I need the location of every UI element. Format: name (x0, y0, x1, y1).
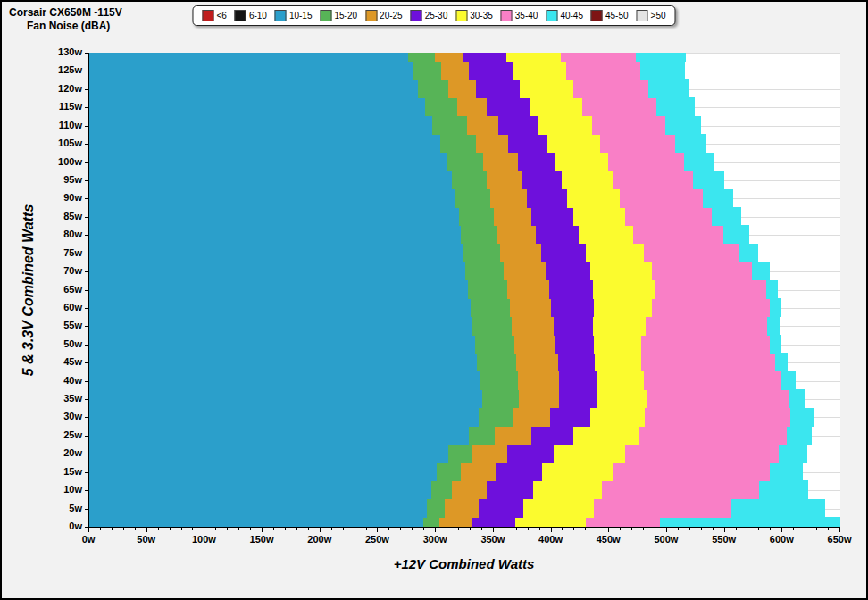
band-segment-40-45 (665, 116, 700, 135)
band-row (89, 389, 840, 408)
band-segment-15-20 (479, 408, 513, 427)
band-segment-20-25 (513, 408, 551, 427)
band-segment-10-15 (89, 335, 476, 354)
band-segment-25-30 (507, 444, 554, 462)
band-segment-15-20 (437, 462, 462, 481)
x-tick-mark (227, 528, 228, 530)
y-tick-label: 85w (38, 211, 82, 221)
band-segment-35-40 (592, 116, 666, 135)
x-tick-mark (331, 528, 332, 530)
x-tick-mark (666, 528, 667, 532)
x-tick-mark (215, 528, 216, 530)
band-row (89, 134, 840, 153)
band-segment-35-40 (644, 244, 739, 262)
band-row (89, 62, 840, 80)
band-segment-25-30 (551, 298, 594, 317)
band-segment-15-20 (440, 134, 477, 153)
x-tick-mark (447, 528, 447, 530)
band-segment-40-45 (781, 371, 796, 390)
band-segment-25-30 (508, 134, 548, 153)
x-tick-mark (781, 528, 782, 532)
band-segment-10-15 (89, 517, 424, 527)
band-segment-15-20 (425, 97, 458, 116)
y-tick-mark (85, 326, 88, 327)
band-segment-35-40 (644, 371, 782, 390)
band-segment-10-15 (89, 499, 427, 518)
y-tick-label: 65w (38, 284, 82, 295)
y-tick-mark (85, 472, 88, 473)
band-segment-25-30 (498, 116, 539, 135)
x-tick-mark (505, 528, 505, 530)
band-segment-30-35 (590, 262, 652, 280)
y-tick-label: 20w (38, 447, 82, 458)
y-tick-label: 75w (38, 247, 82, 258)
band-segment-20-25 (490, 189, 528, 208)
legend-item-label: 40-45 (560, 11, 583, 21)
band-segment-40-45 (759, 480, 808, 499)
x-tick-mark (528, 528, 529, 530)
y-tick-mark (85, 89, 88, 90)
x-tick-mark (470, 528, 471, 530)
band-segment-10-15 (89, 462, 438, 481)
legend-swatch (637, 10, 648, 21)
band-segment-30-35 (594, 335, 642, 354)
y-tick-label: 25w (38, 429, 82, 440)
band-segment-25-30 (531, 426, 573, 445)
band-segment-10-15 (89, 116, 433, 135)
band-segment-40-45 (684, 153, 714, 171)
band-row (89, 480, 840, 499)
x-tick-mark (573, 528, 574, 530)
band-segment-30-35 (590, 408, 645, 427)
x-tick-mark (170, 528, 171, 530)
band-segment-20-25 (439, 517, 472, 527)
y-tick-label: 30w (38, 411, 82, 421)
y-tick-mark (85, 198, 88, 199)
band-row (89, 262, 840, 280)
x-tick-mark (539, 528, 540, 530)
legend-item-label: 15-20 (334, 11, 357, 21)
band-segment-35-40 (633, 225, 724, 244)
band-segment-20-25 (512, 316, 554, 335)
band-segment-25-30 (546, 262, 591, 280)
x-tick-mark (655, 528, 655, 530)
band-segment-30-35 (593, 280, 655, 299)
band-segment-20-25 (461, 462, 496, 481)
band-row (89, 335, 840, 354)
y-tick-mark (85, 290, 88, 291)
legend-swatch (411, 10, 422, 21)
x-tick-label: 650w (820, 534, 859, 545)
band-segment-25-30 (487, 480, 533, 499)
x-tick-mark (678, 528, 679, 530)
legend-item-label: >50 (651, 11, 666, 21)
x-tick-mark (296, 528, 297, 530)
band-segment-20-25 (495, 426, 532, 445)
band-segment-15-20 (423, 517, 440, 527)
y-tick-mark (85, 107, 88, 108)
band-segment-10-15 (89, 316, 473, 335)
band-segment-10-15 (89, 79, 419, 98)
x-tick-mark (770, 528, 771, 530)
band-segment-15-20 (432, 116, 467, 135)
band-segment-30-35 (594, 298, 652, 317)
band-segment-30-35 (555, 153, 608, 171)
band-segment-30-35 (513, 62, 567, 80)
band-segment-25-30 (554, 316, 594, 335)
y-tick-label: 10w (38, 484, 82, 495)
band-segment-20-25 (500, 244, 541, 262)
band-segment-40-45 (787, 426, 812, 445)
y-tick-label: 40w (38, 375, 82, 386)
band-row (89, 116, 840, 135)
band-segment-10-15 (89, 480, 432, 499)
chart-title: Corsair CX650M -115V (9, 6, 122, 19)
x-tick-mark (435, 528, 436, 532)
band-segment-15-20 (472, 316, 513, 335)
band-segment-35-40 (646, 316, 767, 335)
band-row (89, 244, 840, 262)
band-segment-25-30 (522, 171, 563, 189)
band-segment-15-20 (427, 499, 446, 518)
y-tick-label: 80w (38, 229, 82, 239)
x-tick-mark (320, 528, 321, 532)
band-segment-25-30 (469, 62, 513, 80)
y-tick-label: 115w (38, 101, 82, 112)
x-tick-mark (366, 528, 367, 530)
